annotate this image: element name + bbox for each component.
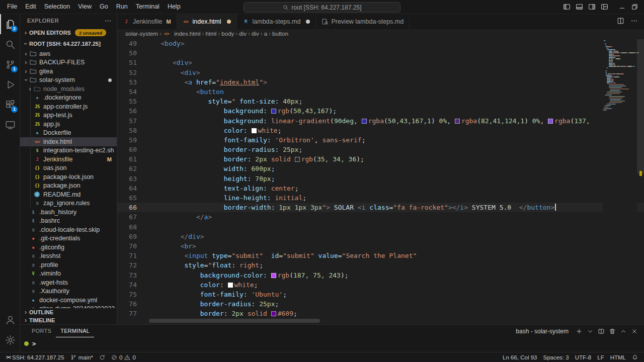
minimap[interactable] [603, 38, 637, 324]
breadcrumb-item-div[interactable]: div [252, 31, 259, 37]
split-button[interactable] [596, 326, 607, 337]
tree-item-app-test-js[interactable]: JSapp-test.js [20, 111, 117, 120]
terminal-instance-label[interactable]: bash - solar-system [516, 328, 569, 335]
code-line-52[interactable]: 52 <div> [117, 68, 644, 77]
chevron-up-button[interactable] [618, 326, 629, 337]
code-line-77[interactable]: 77 border: 2px solid #609; [117, 309, 644, 318]
tree-item-index-html[interactable]: <>index.html [20, 137, 117, 146]
code-line-54[interactable]: 54 <button [117, 87, 644, 97]
code-line-74[interactable]: 74 color: white; [117, 280, 644, 290]
section-open-editors[interactable]: › OPEN EDITORS 2 unsaved [20, 27, 117, 38]
tree-item-profile[interactable]: ≡.profile [20, 260, 117, 269]
breadcrumb-item-body[interactable]: body [221, 31, 234, 37]
tree-item-lesshst[interactable]: ≡.lesshst [20, 252, 117, 261]
code-line-49[interactable]: 49 <body> [117, 39, 644, 48]
section-timeline[interactable]: › TIMELINE [20, 316, 117, 324]
code-line-57[interactable]: 57 background: linear-gradient(90deg, rg… [117, 116, 644, 126]
code-line-76[interactable]: 76 border-radius: 25px; [117, 299, 644, 309]
code-line-68[interactable]: 68 [117, 222, 644, 232]
code-line-73[interactable]: 73 background-color: rgb(187, 75, 243); [117, 270, 644, 280]
code-line-67[interactable]: 67 </a> [117, 212, 644, 222]
menu-run[interactable]: Run [112, 0, 132, 14]
tree-item-viminfo[interactable]: V.viminfo [20, 269, 117, 279]
code-line-65[interactable]: 65 line-height: initial; [117, 193, 644, 203]
code-line-72[interactable]: 72 style="float: right; [117, 260, 644, 270]
code-line-59[interactable]: 59 font-family: 'Orbitron', sans-serif; [117, 135, 644, 145]
tree-item-dockerfile[interactable]: ◆Dockerfile [20, 129, 117, 138]
panel-tab-terminal[interactable]: TERMINAL [56, 325, 94, 337]
split-editor-button[interactable] [617, 17, 624, 26]
command-center-search[interactable]: root [SSH: 64.227.187.25] [244, 2, 400, 13]
tab-index-html[interactable]: <>index.html [177, 14, 237, 29]
status-notifications[interactable] [629, 352, 641, 362]
tree-item-oas-json[interactable]: {}oas.json [20, 164, 117, 173]
tree-item-integration-testing-ec2-sh[interactable]: $integration-testing-ec2.sh [20, 146, 117, 155]
tree-item-package-lock-json[interactable]: {}package-lock.json [20, 172, 117, 182]
breadcrumb-item-button[interactable]: button [272, 31, 288, 37]
section-root[interactable]: › ROOT [SSH: 64.227.187.25] [20, 38, 117, 49]
more-actions-icon[interactable] [104, 17, 112, 25]
code-line-70[interactable]: 70 <br> [117, 241, 644, 251]
dirty-indicator[interactable] [227, 20, 231, 24]
code-line-56[interactable]: 56 background: rgb(50,43,167); [117, 106, 644, 116]
tree-item-bashrc[interactable]: $.bashrc [20, 217, 117, 226]
tree-item-readme-md[interactable]: iREADME.md [20, 190, 117, 199]
code-line-53[interactable]: 53 <a href="index.html"> [117, 77, 644, 87]
menu-view[interactable]: View [74, 0, 96, 14]
horizontal-scrollbar[interactable] [149, 319, 320, 323]
dirty-indicator[interactable] [306, 20, 310, 24]
tree-item-solar-system[interactable]: ›solar-system [20, 76, 117, 85]
menu-go[interactable]: Go [96, 0, 112, 14]
tree-item-gitea-dump-202408202023-zip[interactable]: ≡gitea-dump-202408202023.zip [20, 305, 117, 309]
activity-remote-explorer[interactable] [0, 115, 20, 135]
tree-item-app-controller-js[interactable]: JSapp-controller.js [20, 102, 117, 111]
status-git-branch[interactable]: main* [67, 352, 96, 362]
code-line-61[interactable]: 61 border: 2px solid rgb(35, 34, 36); [117, 154, 644, 164]
status-language-mode[interactable]: HTML [607, 352, 629, 362]
close-button[interactable] [629, 326, 640, 337]
tree-item-jenkinsfile[interactable]: JJenkinsfileM [20, 155, 117, 164]
tree-item-gitconfig[interactable]: ◆.gitconfig [20, 243, 117, 252]
trash-button[interactable] [607, 326, 618, 337]
menu-selection[interactable]: Selection [40, 0, 74, 14]
tab-preview-lambda-steps-md[interactable]: Preview lambda-steps.md [316, 14, 410, 29]
layout-right-button[interactable] [586, 1, 598, 14]
code-line-62[interactable]: 62 width: 600px; [117, 164, 644, 173]
tree-item-bash-history[interactable]: $.bash_history [20, 208, 117, 217]
breadcrumb-item-a[interactable]: a [264, 31, 267, 37]
terminal-content[interactable]: > [20, 337, 644, 352]
breadcrumb-item-index-html[interactable]: <>index.html [163, 31, 200, 37]
status-eol-sequence[interactable]: LF [594, 352, 607, 362]
tab-jenkinsfile[interactable]: JJenkinsfileM [117, 14, 177, 29]
breadcrumb-item-html[interactable]: html [206, 31, 217, 37]
breadcrumb-item-solar-system[interactable]: solar-system [125, 31, 158, 37]
status-encoding[interactable]: UTF-8 [572, 352, 595, 362]
plus-button[interactable] [574, 326, 585, 337]
section-outline[interactable]: › OUTLINE [20, 308, 117, 316]
overview-ruler[interactable] [637, 38, 644, 324]
layout-grid-button[interactable] [598, 1, 611, 14]
chevron-down-button[interactable] [585, 326, 596, 337]
status-problems[interactable]: 00 [108, 352, 139, 362]
status-indentation[interactable]: Spaces: 3 [540, 352, 572, 362]
tree-item-aws[interactable]: ›aws [20, 49, 117, 58]
code-line-64[interactable]: 64 text-align: center; [117, 184, 644, 193]
code-line-60[interactable]: 60 border-radius: 25px; [117, 145, 644, 154]
tab-lambda-steps-md[interactable]: Mlambda-steps.md [237, 14, 316, 29]
menu-terminal[interactable]: Terminal [132, 0, 164, 14]
tree-item-xauthority[interactable]: ≡.Xauthority [20, 287, 117, 296]
menu-edit[interactable]: Edit [21, 0, 40, 14]
activity-run-and-debug[interactable] [0, 74, 20, 95]
tree-item-app-js[interactable]: JSapp.js [20, 120, 117, 129]
status-cursor-position[interactable]: Ln 66, Col 93 [500, 352, 540, 362]
tree-item-package-json[interactable]: {}package.json [20, 182, 117, 191]
menu-file[interactable]: File [3, 0, 21, 14]
panel-tab-ports[interactable]: PORTS [27, 325, 56, 337]
code-line-55[interactable]: 55 style=" font-size: 40px; [117, 97, 644, 106]
activity-accounts[interactable] [0, 310, 20, 330]
minimize-button[interactable] [616, 1, 628, 14]
activity-explorer[interactable]: 2 [0, 14, 20, 34]
status-sync-changes[interactable] [96, 352, 108, 362]
code-line-66[interactable]: 66 border-width: 1px 1px 3px"> SOLAR <i … [117, 203, 644, 212]
layout-left-button[interactable] [560, 1, 573, 14]
